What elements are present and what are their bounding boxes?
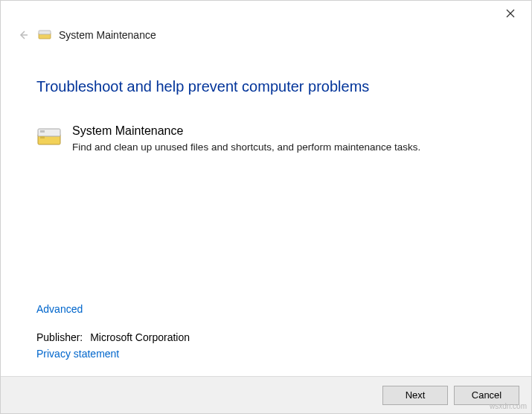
troubleshooter-item: System Maintenance Find and clean up unu… (36, 124, 496, 155)
back-button[interactable] (16, 28, 31, 42)
bottom-info: Advanced Publisher: Microsoft Corporatio… (36, 303, 190, 360)
svg-rect-8 (40, 136, 45, 138)
button-bar: Next Cancel (1, 376, 531, 413)
next-button[interactable]: Next (382, 386, 448, 405)
header-title: System Maintenance (59, 29, 156, 41)
advanced-link[interactable]: Advanced (36, 303, 83, 315)
item-title: System Maintenance (72, 124, 496, 139)
troubleshooter-text: System Maintenance Find and clean up unu… (72, 124, 496, 155)
svg-rect-4 (39, 31, 51, 34)
troubleshooter-header-icon (38, 28, 51, 42)
content-area: Troubleshoot and help prevent computer p… (1, 56, 531, 155)
wizard-header: System Maintenance (1, 26, 531, 56)
svg-rect-7 (40, 130, 45, 133)
publisher-line: Publisher: Microsoft Corporation (36, 331, 190, 343)
page-heading: Troubleshoot and help prevent computer p… (36, 78, 496, 95)
item-description: Find and clean up unused files and short… (72, 141, 496, 155)
publisher-label: Publisher: (36, 331, 83, 343)
close-button[interactable] (499, 3, 522, 24)
watermark: wsxdn.com (490, 402, 527, 410)
privacy-link[interactable]: Privacy statement (36, 348, 119, 360)
close-icon (506, 9, 515, 18)
back-arrow-icon (17, 29, 29, 41)
titlebar (1, 1, 531, 26)
publisher-value: Microsoft Corporation (90, 331, 190, 343)
maintenance-icon (36, 124, 62, 149)
